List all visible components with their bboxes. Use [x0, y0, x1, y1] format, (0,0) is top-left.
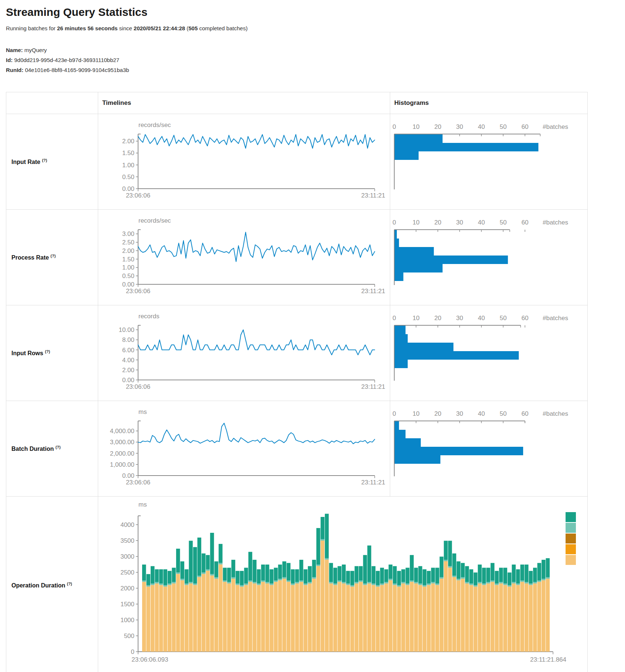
statistics-table: Timelines Histograms Input Rate (?) reco…	[6, 92, 588, 672]
svg-text:10: 10	[413, 123, 420, 130]
svg-text:0: 0	[392, 315, 396, 322]
row-label: Batch Duration	[11, 446, 54, 452]
column-header-timelines: Timelines	[98, 92, 390, 114]
svg-text:23:06:06: 23:06:06	[126, 383, 150, 390]
svg-text:ms: ms	[138, 408, 147, 415]
row-label-cell: Operation Duration (?)	[6, 497, 98, 672]
query-id-label: Id:	[6, 57, 13, 63]
batch-duration-timeline-cell: ms4,000.003,000.002,000.001,000.000.0023…	[98, 401, 390, 497]
svg-text:60: 60	[522, 219, 529, 226]
svg-text:30: 30	[456, 315, 463, 322]
svg-text:2,000.00: 2,000.00	[110, 450, 134, 457]
process-rate-histogram-chart: 0102030405060#batches	[390, 213, 587, 299]
svg-text:1.00: 1.00	[122, 162, 134, 169]
svg-text:0.50: 0.50	[122, 272, 134, 280]
summary-suffix: completed batches)	[199, 25, 248, 31]
legend-swatch-1	[566, 512, 576, 522]
legend-swatch-2	[566, 523, 576, 533]
input-rate-histogram-chart: 0102030405060#batches	[390, 117, 587, 203]
help-tooltip-icon[interactable]: (?)	[42, 158, 47, 162]
row-label: Input Rate	[11, 159, 40, 165]
table-row-operation-duration: Operation Duration (?) ms400035003000250…	[6, 497, 588, 672]
svg-text:500: 500	[124, 632, 134, 640]
table-header-row: Timelines Histograms	[6, 92, 588, 114]
svg-text:60: 60	[522, 123, 529, 130]
process-rate-histogram-cell: 0102030405060#batches	[390, 210, 588, 305]
help-tooltip-icon[interactable]: (?)	[55, 445, 61, 449]
input-rows-timeline-cell: records10.008.006.004.002.000.0023:06:06…	[98, 305, 390, 401]
svg-text:6.00: 6.00	[122, 347, 134, 354]
operation-duration-wrap: ms4000350030002500200015001000500023:06:…	[98, 500, 587, 669]
svg-text:4.00: 4.00	[122, 357, 134, 364]
input-rate-timeline-cell: records/sec2.001.501.000.500.0023:06:062…	[98, 114, 390, 210]
table-row-batch-duration: Batch Duration (?) ms4,000.003,000.002,0…	[6, 401, 588, 497]
summary-duration: 26 minutes 56 seconds	[57, 25, 117, 31]
svg-text:20: 20	[435, 219, 442, 226]
summary-since: since	[119, 25, 132, 31]
svg-text:2.00: 2.00	[122, 247, 134, 254]
svg-text:4,000.00: 4,000.00	[110, 428, 134, 435]
input-rows-timeline-chart: records10.008.006.004.002.000.0023:06:06…	[98, 308, 389, 395]
svg-text:50: 50	[500, 219, 507, 226]
row-label-cell: Input Rate (?)	[6, 114, 98, 210]
svg-text:30: 30	[456, 123, 463, 130]
svg-text:2500: 2500	[120, 569, 134, 576]
summary-start-time: 2020/05/21 22:44:28	[134, 25, 185, 31]
svg-text:0: 0	[392, 219, 396, 226]
query-name-label: Name:	[6, 47, 23, 53]
svg-text:3,000.00: 3,000.00	[110, 439, 134, 446]
batch-duration-timeline-chart: ms4,000.003,000.002,000.001,000.000.0023…	[98, 404, 389, 490]
svg-text:23:11:21: 23:11:21	[361, 192, 385, 199]
svg-text:2.00: 2.00	[122, 367, 134, 374]
svg-text:0.00: 0.00	[122, 281, 134, 288]
row-label-cell: Input Rows (?)	[6, 305, 98, 401]
query-metadata: Name: myQuery Id: 9d0dd219-995d-423e-b97…	[6, 45, 619, 75]
table-row-input-rate: Input Rate (?) records/sec2.001.501.000.…	[6, 114, 588, 210]
legend-swatch-3	[566, 534, 576, 544]
row-label: Operation Duration	[11, 583, 65, 589]
operation-duration-cell: ms4000350030002500200015001000500023:06:…	[98, 497, 588, 672]
operation-duration-legend	[566, 512, 576, 566]
svg-text:3000: 3000	[120, 553, 134, 560]
svg-text:50: 50	[500, 410, 507, 417]
svg-text:10: 10	[413, 410, 420, 417]
svg-text:0: 0	[131, 648, 134, 655]
page-title: Streaming Query Statistics	[6, 6, 619, 18]
svg-text:40: 40	[478, 219, 485, 226]
streaming-query-statistics-page: Streaming Query Statistics Running batch…	[0, 6, 625, 672]
svg-text:#batches: #batches	[543, 123, 568, 130]
svg-text:2.50: 2.50	[122, 239, 134, 246]
input-rate-histogram-cell: 0102030405060#batches	[390, 114, 588, 210]
svg-text:23:11:21: 23:11:21	[361, 288, 385, 295]
row-label: Process Rate	[11, 254, 49, 261]
svg-text:23:06:06: 23:06:06	[126, 192, 150, 199]
svg-text:23:06:06.093: 23:06:06.093	[131, 656, 168, 663]
table-row-input-rows: Input Rows (?) records10.008.006.004.002…	[6, 305, 588, 401]
svg-text:1.00: 1.00	[122, 264, 134, 271]
svg-text:60: 60	[522, 315, 529, 322]
help-tooltip-icon[interactable]: (?)	[45, 349, 50, 354]
svg-text:50: 50	[500, 315, 507, 322]
svg-text:#batches: #batches	[543, 315, 568, 322]
help-tooltip-icon[interactable]: (?)	[51, 254, 56, 258]
row-label-cell: Process Rate (?)	[6, 210, 98, 305]
running-batches-summary: Running batches for 26 minutes 56 second…	[6, 25, 619, 31]
svg-text:20: 20	[435, 123, 442, 130]
svg-text:40: 40	[478, 410, 485, 417]
svg-text:50: 50	[500, 123, 507, 130]
svg-text:2.00: 2.00	[122, 138, 134, 145]
legend-swatch-5	[566, 555, 576, 565]
row-label: Input Rows	[11, 350, 43, 356]
help-tooltip-icon[interactable]: (?)	[67, 582, 72, 586]
summary-count-group: (505	[187, 25, 198, 31]
svg-text:20: 20	[435, 410, 442, 417]
svg-text:20: 20	[435, 315, 442, 322]
svg-text:3.00: 3.00	[122, 230, 134, 237]
svg-text:10: 10	[413, 219, 420, 226]
svg-text:10.00: 10.00	[119, 326, 134, 333]
query-id-line: Id: 9d0dd219-995d-423e-b97d-36931110bb27	[6, 55, 619, 65]
svg-text:2000: 2000	[120, 585, 134, 592]
svg-text:1500: 1500	[120, 601, 134, 608]
query-runid-value: 04e101e6-8bf8-4165-9099-9104c951ba3b	[25, 67, 129, 73]
svg-text:23:11:21.864: 23:11:21.864	[530, 656, 566, 663]
